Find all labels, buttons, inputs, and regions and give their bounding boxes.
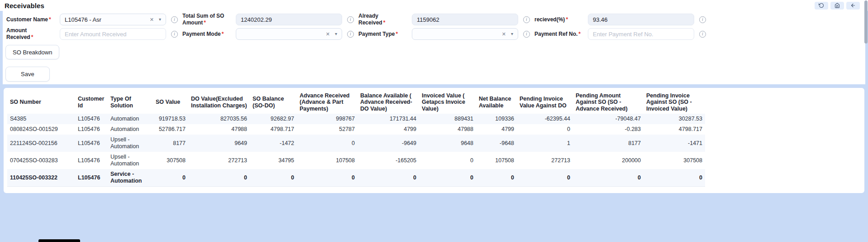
info-icon[interactable]: i [171, 31, 178, 38]
back-button[interactable] [846, 2, 860, 10]
info-icon[interactable]: i [347, 31, 354, 38]
so-breakdown-table: SO Number Customer Id Type Of Solution S… [7, 91, 705, 187]
so-breakdown-button[interactable]: SO Breakdown [5, 45, 59, 59]
info-icon[interactable]: i [699, 16, 706, 23]
receivables-form: Customer Name* L105476 - Asr ✕ ▾ i Total… [3, 11, 865, 84]
chevron-down-icon[interactable]: ▾ [335, 32, 337, 36]
table-cell: 0 [419, 152, 476, 169]
table-cell: -0.283 [573, 124, 644, 135]
so-table-body: S4385L105476Automation919718.53827035.56… [7, 114, 705, 187]
table-cell: Service - Automation [108, 169, 153, 187]
chevron-down-icon[interactable]: ▾ [511, 32, 513, 36]
so-number-cell: S4385 [7, 114, 75, 124]
table-cell: 0 [573, 169, 644, 187]
column-header: Type Of Solution [108, 91, 153, 114]
already-received-input[interactable] [412, 14, 518, 25]
table-cell: 307508 [644, 152, 705, 169]
clear-icon[interactable]: ✕ [326, 32, 330, 37]
clear-icon[interactable]: ✕ [150, 17, 154, 22]
top-icon-group [815, 2, 860, 10]
column-header: Pending Amount Against SO (SO - Advance … [573, 91, 644, 114]
field-already-received: Already Received* i [358, 13, 534, 26]
column-header: Balance Available ( Advance Received- DO… [358, 91, 419, 114]
table-cell: -1471 [644, 135, 705, 152]
vertical-scrollbar[interactable] [864, 0, 868, 44]
table-row: 080824SO-001529L105476Automation52786.71… [7, 124, 705, 135]
table-cell: Automation [108, 124, 153, 135]
page-title: Receivables [5, 2, 44, 10]
info-icon[interactable]: i [347, 16, 354, 23]
top-bar: Receivables [0, 0, 868, 11]
table-row: 070425SO-003283L105476Upsell - Automatio… [7, 152, 705, 169]
table-cell: 0 [517, 169, 573, 187]
table-cell: 107508 [476, 152, 517, 169]
table-cell: 4799 [358, 124, 419, 135]
column-header: SO Value [153, 91, 188, 114]
table-cell: 8177 [153, 135, 188, 152]
table-cell: 0 [297, 169, 358, 187]
table-cell: 4798.717 [250, 124, 297, 135]
table-cell: 0 [250, 169, 297, 187]
table-cell: 52787 [297, 124, 358, 135]
table-cell: 0 [358, 169, 419, 187]
amount-received-label: Amount Received* [6, 27, 54, 41]
table-cell: 998767 [297, 114, 358, 124]
table-row: S4385L105476Automation919718.53827035.56… [7, 114, 705, 124]
column-header: SO Number [7, 91, 75, 114]
table-cell: 34795 [250, 152, 297, 169]
table-cell: L105476 [75, 152, 108, 169]
column-header: DO Value(Excluded Installation Charges) [188, 91, 250, 114]
form-grid: Customer Name* L105476 - Asr ✕ ▾ i Total… [3, 11, 713, 41]
table-cell: -165205 [358, 152, 419, 169]
table-cell: 4798.717 [644, 124, 705, 135]
table-cell: 0 [517, 124, 573, 135]
required-asterisk: * [383, 19, 386, 26]
info-icon[interactable]: i [171, 16, 178, 23]
field-payment-mode: Payment Mode* ✕ ▾ i [182, 27, 358, 41]
payment-mode-select[interactable]: ✕ ▾ [236, 28, 342, 40]
table-cell: -79048.47 [573, 114, 644, 124]
required-asterisk: * [204, 19, 206, 26]
required-asterisk: * [31, 34, 33, 40]
payment-ref-input[interactable] [588, 28, 694, 40]
received-percent-input[interactable] [588, 14, 694, 25]
customer-name-select[interactable]: L105476 - Asr ✕ ▾ [60, 14, 166, 25]
table-cell: 827035.56 [188, 114, 250, 124]
payment-type-select[interactable]: ✕ ▾ [412, 28, 518, 40]
selected-value: L105476 - Asr [65, 16, 147, 23]
table-cell: 47988 [419, 124, 476, 135]
already-received-label: Already Received* [358, 13, 406, 26]
column-header: Pending Invoice Value Against DO [517, 91, 573, 114]
table-cell: 272713 [517, 152, 573, 169]
total-sum-input[interactable] [236, 14, 342, 25]
table-cell: L105476 [75, 124, 108, 135]
info-icon[interactable]: i [699, 31, 706, 38]
table-cell: L105476 [75, 135, 108, 152]
required-asterisk: * [49, 16, 51, 23]
table-cell: 109336 [476, 114, 517, 124]
chevron-down-icon[interactable]: ▾ [159, 17, 161, 22]
history-button[interactable] [815, 2, 828, 10]
table-cell: L105476 [75, 114, 108, 124]
bottom-artifact [38, 239, 80, 242]
save-button[interactable]: Save [5, 67, 50, 82]
table-cell: 4799 [476, 124, 517, 135]
table-cell: -9648 [476, 135, 517, 152]
table-cell: Upsell - Automation [108, 135, 153, 152]
table-cell: 0 [419, 169, 476, 187]
amount-received-input[interactable] [60, 28, 166, 40]
table-cell: 9648 [419, 135, 476, 152]
payment-type-label: Payment Type* [358, 31, 406, 38]
info-icon[interactable]: i [523, 31, 530, 38]
info-icon[interactable]: i [523, 16, 530, 23]
payment-ref-label: Payment Ref No.* [534, 31, 582, 38]
so-breakdown-table-card: SO Number Customer Id Type Of Solution S… [4, 88, 864, 193]
so-number-cell: 080824SO-001529 [7, 124, 75, 135]
table-cell: 307508 [153, 152, 188, 169]
table-cell: 272713 [188, 152, 250, 169]
table-cell: 0 [188, 169, 250, 187]
home-icon [835, 3, 840, 8]
home-button[interactable] [830, 2, 844, 10]
table-cell: 0 [153, 169, 188, 187]
clear-icon[interactable]: ✕ [502, 32, 506, 37]
